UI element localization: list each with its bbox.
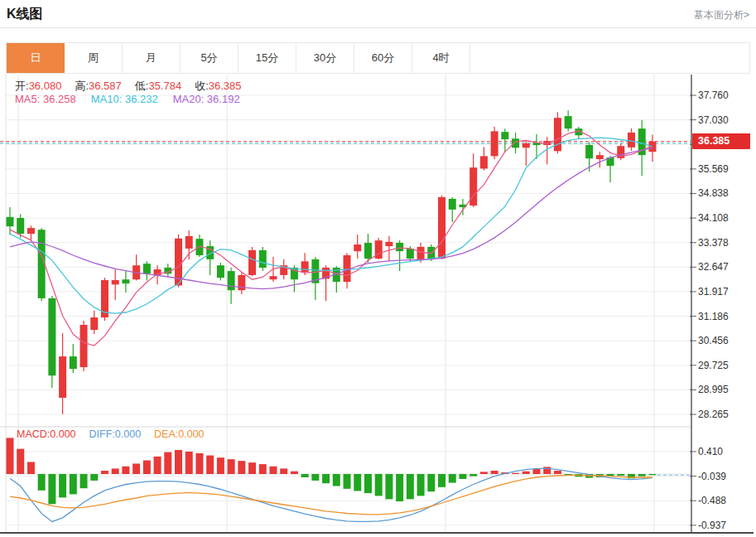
- candle-body: [70, 356, 77, 369]
- tab-4hour[interactable]: 4时: [412, 43, 470, 73]
- macd-bar: [195, 453, 203, 474]
- chart-area: 37.76037.03036.29935.56934.83834.10833.3…: [0, 75, 756, 537]
- candle-body: [522, 143, 530, 148]
- tab-week[interactable]: 周: [65, 43, 123, 73]
- header-divider: [0, 27, 756, 28]
- ohlc-label: 低:: [135, 80, 149, 92]
- macd-bar: [648, 474, 656, 475]
- macd-bar: [407, 474, 414, 499]
- macd-bar: [206, 456, 214, 474]
- macd-bar: [396, 474, 403, 501]
- y-axis-label: 32.647: [698, 261, 729, 273]
- ma-legend-item: MA20: 36.192: [173, 93, 240, 105]
- macd-bar: [638, 474, 646, 477]
- macd-bar: [344, 474, 351, 489]
- ohlc-legend: 开:36.080高:36.587低:35.784收:36.385: [15, 79, 255, 94]
- ohlc-value: 36.587: [89, 80, 122, 92]
- macd-bar: [143, 461, 151, 475]
- y-axis-label: -0.039: [698, 471, 726, 482]
- macd-bar: [70, 474, 77, 494]
- macd-bar: [7, 438, 14, 474]
- candle-body: [27, 228, 35, 234]
- macd-bar: [48, 474, 55, 504]
- macd-bar: [217, 457, 224, 474]
- candle-body: [512, 138, 519, 148]
- candle-body: [491, 131, 498, 156]
- macd-bar: [354, 474, 361, 491]
- period-tab-bar: 日周月5分15分30分60分4时: [6, 42, 750, 74]
- macd-bar: [385, 474, 392, 499]
- candle-body: [628, 133, 635, 148]
- macd-bar: [491, 471, 498, 474]
- macd-bar: [438, 474, 445, 487]
- candle-body: [80, 325, 88, 367]
- kline-chart-canvas[interactable]: 37.76037.03036.29935.56934.83834.10833.3…: [0, 75, 756, 537]
- tab-month[interactable]: 月: [123, 43, 181, 73]
- y-axis-label: 35.569: [698, 163, 729, 175]
- tab-day[interactable]: 日: [7, 43, 65, 73]
- macd-bar: [228, 459, 235, 474]
- ohlc-label: 开:: [15, 80, 29, 92]
- candle-body: [438, 197, 445, 259]
- candle-body: [48, 298, 55, 375]
- y-axis-label: -0.488: [698, 495, 726, 506]
- candle-body: [248, 250, 256, 275]
- candle-body: [407, 249, 414, 259]
- current-price-tag: 36.385: [692, 133, 750, 149]
- candle-body: [259, 250, 267, 268]
- macd-bar: [270, 467, 277, 474]
- macd-bar: [617, 474, 624, 476]
- y-axis-label: 30.456: [698, 335, 729, 346]
- macd-bar: [122, 467, 129, 474]
- y-axis-label: 37.760: [698, 90, 729, 101]
- candle-body: [217, 265, 224, 278]
- candle-body: [90, 317, 98, 330]
- macd-bar: [17, 449, 24, 474]
- macd-bar: [449, 474, 456, 483]
- y-axis-label: 28.265: [698, 409, 729, 420]
- macd-bar: [554, 471, 561, 474]
- macd-bar: [333, 474, 340, 486]
- macd-bar: [322, 474, 330, 483]
- macd-bar: [175, 450, 182, 474]
- y-axis-label: 34.108: [698, 212, 729, 224]
- macd-bar: [101, 471, 108, 474]
- candle-body: [17, 218, 24, 234]
- macd-legend-item: MACD:0.000: [17, 428, 76, 440]
- page-header: K线图 基本面分析>: [0, 0, 756, 27]
- candle-body: [354, 244, 361, 251]
- y-axis-label: 31.186: [698, 311, 729, 322]
- candle-body: [480, 156, 488, 168]
- macd-legend: MACD:0.000DIFF:0.000DEA:0.000: [17, 428, 218, 440]
- candle-body: [7, 217, 14, 226]
- macd-bar: [480, 472, 488, 474]
- tab-5min[interactable]: 5分: [181, 43, 238, 73]
- y-axis-label: 34.838: [698, 187, 729, 199]
- macd-legend-item: DIFF:0.000: [89, 428, 142, 440]
- candle-body: [596, 155, 604, 159]
- macd-bar: [185, 452, 193, 474]
- tab-30min[interactable]: 30分: [296, 43, 354, 73]
- kline-page: { "header": { "title": "K线图", "link_labe…: [0, 0, 756, 537]
- macd-bar: [132, 463, 140, 474]
- ma-legend: MA5: 36.258MA10: 36.232MA20: 36.192: [15, 93, 255, 105]
- fundamental-analysis-link[interactable]: 基本面分析>: [694, 8, 749, 22]
- y-axis-label: 31.917: [698, 286, 729, 298]
- ohlc-label: 高:: [75, 80, 89, 92]
- macd-bar: [375, 474, 383, 496]
- y-axis-label: 37.030: [698, 114, 729, 126]
- tab-60min[interactable]: 60分: [354, 43, 412, 73]
- macd-bar: [80, 474, 88, 488]
- ohlc-value: 36.080: [29, 80, 62, 92]
- macd-bar: [27, 462, 35, 474]
- macd-bar: [469, 474, 477, 477]
- dea-line: [10, 475, 652, 515]
- candle-body: [270, 276, 277, 279]
- macd-bar: [301, 474, 309, 477]
- macd-bar: [280, 468, 287, 474]
- macd-bar: [522, 472, 530, 474]
- macd-bar: [238, 461, 245, 474]
- tab-15min[interactable]: 15分: [238, 43, 296, 73]
- y-axis-label: -0.937: [698, 520, 726, 531]
- candle-body: [396, 243, 403, 251]
